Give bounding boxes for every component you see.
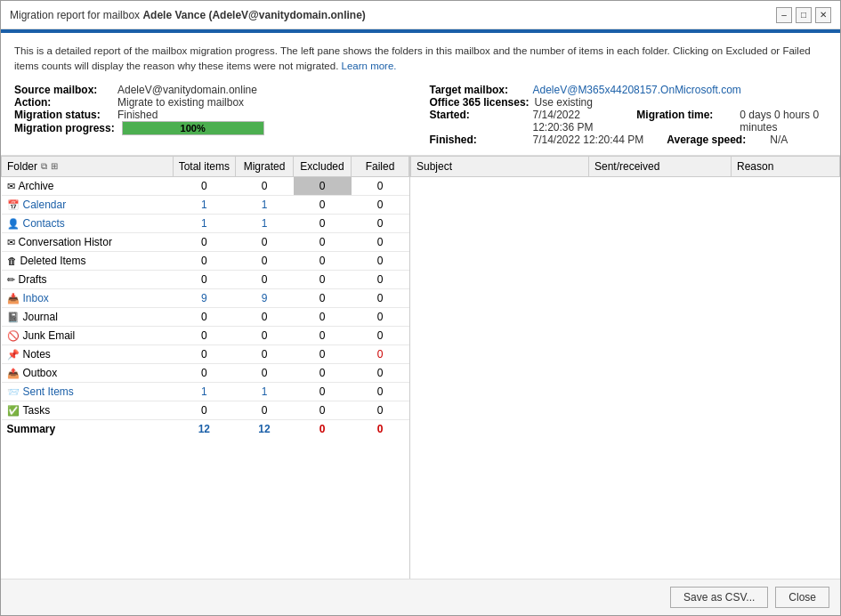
action-row: Action: Migrate to existing mailbox bbox=[14, 96, 412, 109]
title-bar: Migration report for mailbox Adele Vance… bbox=[1, 1, 840, 29]
main-content: Folder ⧉ ⊞ Total items Migrated Excluded… bbox=[1, 156, 840, 580]
info-col-right: Target mailbox: AdeleV@M365x44208157.OnM… bbox=[430, 84, 828, 146]
folder-migrated-cell: 1 bbox=[236, 195, 294, 214]
table-row: 🗑Deleted Items0000 bbox=[2, 251, 409, 270]
folder-migrated-cell: 0 bbox=[236, 270, 294, 288]
folder-total-cell: 0 bbox=[173, 363, 235, 382]
migration-time-label: Migration time: bbox=[636, 109, 734, 121]
migration-status-value: Finished bbox=[117, 109, 158, 121]
folder-failed-cell: 0 bbox=[352, 307, 409, 326]
folder-icon: 🚫 bbox=[7, 330, 20, 341]
folder-migrated-cell: 0 bbox=[236, 363, 294, 382]
copy-icon-1[interactable]: ⧉ bbox=[41, 161, 47, 172]
folder-total-cell: 0 bbox=[173, 307, 235, 326]
folder-icon: 📌 bbox=[7, 349, 20, 360]
th-sent-received: Sent/received bbox=[589, 156, 732, 176]
folder-name-cell: ✅Tasks bbox=[2, 401, 174, 419]
close-window-button[interactable]: ✕ bbox=[815, 7, 831, 23]
table-header-row: Folder ⧉ ⊞ Total items Migrated Excluded… bbox=[2, 156, 409, 176]
folder-name-cell: 📓Journal bbox=[2, 307, 174, 326]
save-csv-button[interactable]: Save as CSV... bbox=[670, 587, 768, 608]
folder-name-cell: 🚫Junk Email bbox=[2, 326, 174, 344]
table-row: ✉Archive0000 bbox=[2, 176, 409, 195]
minimize-button[interactable]: – bbox=[776, 7, 792, 23]
folder-failed-cell: 0 bbox=[352, 382, 409, 401]
folder-migrated-cell: 0 bbox=[236, 307, 294, 326]
folder-table-wrapper[interactable]: Folder ⧉ ⊞ Total items Migrated Excluded… bbox=[1, 156, 409, 580]
folder-failed-cell: 0 bbox=[352, 326, 409, 344]
folder-table: Folder ⧉ ⊞ Total items Migrated Excluded… bbox=[1, 156, 409, 438]
folder-icon: 📤 bbox=[7, 368, 20, 378]
folder-excluded-cell: 0 bbox=[294, 326, 352, 344]
migration-status-label: Migration status: bbox=[14, 109, 112, 121]
info-col-left: Source mailbox: AdeleV@vanitydomain.onli… bbox=[14, 84, 412, 146]
folder-total-cell: 0 bbox=[173, 232, 235, 251]
folder-name: Tasks bbox=[23, 404, 51, 417]
folder-excluded-cell: 0 bbox=[294, 363, 352, 382]
folder-name: Drafts bbox=[19, 273, 47, 286]
target-mailbox-value: AdeleV@M365x44208157.OnMicrosoft.com bbox=[533, 84, 741, 96]
folder-total-cell: 1 bbox=[173, 214, 235, 232]
folder-migrated-cell: 0 bbox=[236, 401, 294, 419]
migration-time-value: 0 days 0 hours 0 minutes bbox=[740, 109, 827, 134]
table-row: 📤Outbox0000 bbox=[2, 363, 409, 382]
folder-name: Conversation Histor bbox=[19, 236, 112, 248]
th-failed: Failed bbox=[352, 156, 409, 176]
average-speed-label: Average speed: bbox=[667, 134, 764, 146]
folder-migrated-cell: 0 bbox=[236, 176, 294, 195]
target-mailbox-row: Target mailbox: AdeleV@M365x44208157.OnM… bbox=[430, 84, 828, 96]
average-speed-value: N/A bbox=[770, 134, 788, 146]
folder-excluded-cell: 0 bbox=[294, 232, 352, 251]
summary-failed: 0 bbox=[352, 419, 409, 438]
source-mailbox-value: AdeleV@vanitydomain.online bbox=[117, 84, 257, 96]
folder-failed-cell: 0 bbox=[352, 270, 409, 288]
office365-row: Office 365 licenses: Use existing bbox=[430, 96, 828, 109]
table-row: 🚫Junk Email0000 bbox=[2, 326, 409, 344]
office365-label: Office 365 licenses: bbox=[430, 96, 530, 109]
description-text: This is a detailed report of the mailbox… bbox=[14, 44, 827, 75]
folder-total-cell: 0 bbox=[173, 251, 235, 270]
table-row: ✏Drafts0000 bbox=[2, 270, 409, 288]
copy-icon-2[interactable]: ⊞ bbox=[51, 161, 58, 171]
folder-icon: 📥 bbox=[7, 293, 20, 304]
migration-progress-label: Migration progress: bbox=[14, 122, 115, 134]
folder-migrated-cell: 0 bbox=[236, 344, 294, 363]
folder-name-cell: 📨Sent Items bbox=[2, 382, 174, 401]
folder-total-cell: 1 bbox=[173, 195, 235, 214]
folder-name-cell: ✉Archive bbox=[2, 176, 174, 195]
th-reason: Reason bbox=[732, 156, 840, 176]
folder-excluded-cell: 0 bbox=[294, 344, 352, 363]
close-button[interactable]: Close bbox=[775, 587, 829, 608]
folder-name: Archive bbox=[19, 180, 54, 192]
folder-name: Sent Items bbox=[23, 385, 74, 398]
th-excluded: Excluded bbox=[294, 156, 352, 176]
folder-name: Calendar bbox=[23, 199, 67, 211]
folder-migrated-cell: 1 bbox=[236, 382, 294, 401]
office365-value: Use existing bbox=[535, 96, 593, 109]
finished-value: 7/14/2022 12:20:44 PM bbox=[533, 134, 644, 146]
folder-total-cell: 0 bbox=[173, 176, 235, 195]
folder-name-cell: 📌Notes bbox=[2, 344, 174, 363]
summary-row: Summary 12 12 0 0 bbox=[2, 419, 409, 438]
folder-excluded-cell[interactable]: 0 bbox=[294, 176, 352, 195]
folder-failed-cell: 0 bbox=[352, 195, 409, 214]
folder-failed-cell: 0 bbox=[352, 344, 409, 363]
source-mailbox-label: Source mailbox: bbox=[14, 84, 112, 96]
folder-name: Inbox bbox=[23, 292, 49, 304]
maximize-button[interactable]: □ bbox=[796, 7, 812, 23]
folder-excluded-cell: 0 bbox=[294, 307, 352, 326]
migration-report-window: Migration report for mailbox Adele Vance… bbox=[0, 0, 841, 616]
info-section: This is a detailed report of the mailbox… bbox=[1, 33, 840, 156]
source-mailbox-row: Source mailbox: AdeleV@vanitydomain.onli… bbox=[14, 84, 412, 96]
th-total: Total items bbox=[173, 156, 235, 176]
table-row: 📌Notes0000 bbox=[2, 344, 409, 363]
folder-icon: ✏ bbox=[7, 274, 15, 285]
started-row: Started: 7/14/2022 12:20:36 PM Migration… bbox=[430, 109, 828, 134]
window-title: Migration report for mailbox Adele Vance… bbox=[10, 9, 366, 21]
learn-more-link[interactable]: Learn more. bbox=[342, 61, 397, 71]
folder-excluded-cell: 0 bbox=[294, 270, 352, 288]
folder-name: Deleted Items bbox=[20, 255, 86, 267]
folder-name-cell: 🗑Deleted Items bbox=[2, 251, 174, 270]
folder-failed-cell: 0 bbox=[352, 176, 409, 195]
folder-icon: 📓 bbox=[7, 312, 20, 322]
